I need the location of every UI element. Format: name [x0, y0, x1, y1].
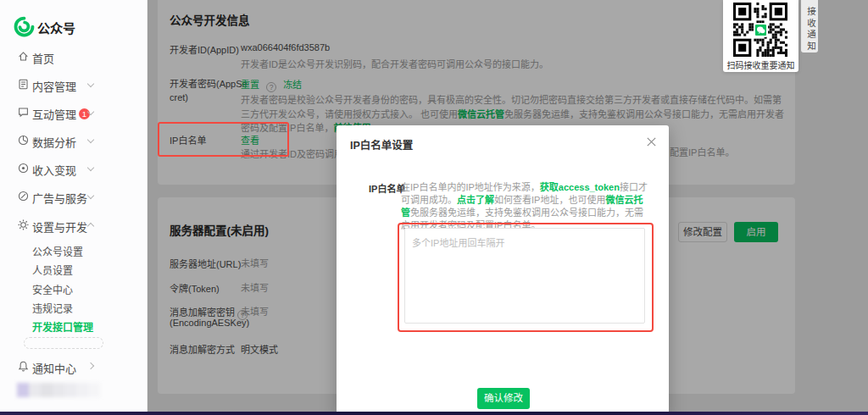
- sidebar-subitem-violation-records[interactable]: 违规记录: [32, 301, 73, 315]
- receive-notification-tab[interactable]: 接收通知: [801, 0, 818, 53]
- sidebar-item-interaction[interactable]: 互动管理1: [0, 103, 147, 122]
- document-icon: [17, 78, 30, 91]
- chevron-down-icon: [87, 164, 94, 171]
- chevron-right-icon: [87, 362, 94, 369]
- sidebar-dashed-divider: [24, 337, 103, 349]
- sidebar-subitem-dev-api-management[interactable]: 开发接口管理: [32, 319, 93, 334]
- income-icon: [17, 162, 30, 174]
- sidebar-item-content[interactable]: 内容管理: [0, 75, 147, 94]
- sidebar-subitem-account-settings[interactable]: 公众号设置: [32, 244, 83, 258]
- wechat-logo-icon: [754, 23, 768, 37]
- sidebar-item-settings-dev[interactable]: 设置与开发: [0, 216, 147, 235]
- sidebar-item-analytics[interactable]: 数据分析: [0, 131, 147, 150]
- sidebar-item-ads[interactable]: 广告与服务: [0, 187, 147, 206]
- sidebar-subitem-staff-settings[interactable]: 人员设置: [32, 263, 73, 277]
- sidebar: 公众号 首页 内容管理 互动管理1 数据分析 收入变现 广告与服务: [0, 0, 147, 415]
- home-icon: [17, 50, 30, 63]
- gear-icon: [17, 219, 30, 231]
- qr-caption: 扫码接收重要通知: [723, 58, 798, 71]
- confirm-modify-button[interactable]: 确认修改: [477, 388, 530, 409]
- modal-field-label: IP白名单: [369, 181, 405, 195]
- chevron-up-icon: [87, 223, 94, 230]
- sidebar-item-notification-center[interactable]: 通知中心: [0, 357, 147, 376]
- annotation-box-ip-whitelist-row: [158, 122, 289, 157]
- blurred-account-name[interactable]: [17, 383, 100, 397]
- close-icon[interactable]: [645, 136, 658, 148]
- qr-notification-panel: 扫码接收重要通知: [723, 0, 798, 72]
- chevron-down-icon: [87, 136, 94, 143]
- compass-icon: [17, 190, 30, 202]
- brand-name: 公众号: [37, 19, 75, 36]
- chevron-down-icon: [87, 80, 94, 87]
- sidebar-subitem-security-center[interactable]: 安全中心: [32, 282, 73, 296]
- bottom-edge-bar: [0, 412, 868, 415]
- official-account-logo-icon: [14, 16, 35, 37]
- chevron-down-icon: [87, 192, 94, 199]
- chat-icon: [17, 106, 30, 119]
- modal-title: IP白名单设置: [350, 136, 413, 152]
- sidebar-item-income[interactable]: 收入变现: [0, 159, 147, 178]
- sidebar-item-home[interactable]: 首页: [0, 47, 147, 66]
- analytics-icon: [17, 134, 30, 147]
- bell-icon: [17, 360, 30, 373]
- annotation-box-textarea: [398, 223, 654, 332]
- wechat-official-account-admin: 公众号开发信息 开发者ID(AppID) wxa066404f6fd3587b …: [0, 0, 868, 415]
